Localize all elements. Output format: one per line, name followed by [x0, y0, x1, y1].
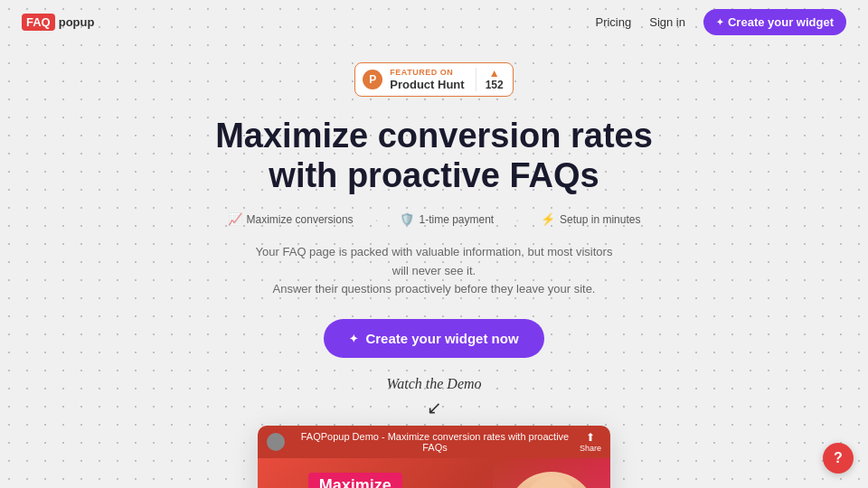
video-person: [493, 458, 610, 488]
hero-subtext: Your FAQ page is packed with valuable in…: [253, 243, 615, 299]
logo: FAQ popup: [22, 14, 94, 31]
separator-2: ·: [515, 212, 519, 227]
hero-title-line2: with proactive FAQs: [269, 156, 599, 194]
logo-faq: FAQ: [22, 14, 55, 31]
video-text-maximize: Maximize: [308, 473, 402, 488]
navbar: FAQ popup Pricing Sign in Create your wi…: [0, 0, 868, 44]
features-row: 📈 Maximize conversions · 🛡️ 1-time payme…: [18, 212, 850, 227]
feature-conversions-label: Maximize conversions: [247, 213, 354, 226]
hero-title: Maximize conversion rates with proactive…: [199, 117, 669, 195]
logo-popup: popup: [59, 15, 95, 29]
ph-featured-label: FEATURED ON: [390, 68, 453, 78]
watch-demo-label: Watch the Demo ↙: [18, 376, 850, 418]
product-hunt-text: FEATURED ON Product Hunt: [390, 68, 464, 91]
share-label: Share: [580, 444, 601, 453]
nav-cta-button[interactable]: Create your widget: [703, 9, 846, 35]
ph-arrow-icon: ▲: [489, 68, 500, 79]
payment-icon: 🛡️: [400, 212, 414, 226]
hero-sub-line1: Your FAQ page is packed with valuable in…: [256, 245, 613, 277]
conversions-icon: 📈: [228, 212, 242, 226]
video-header: FAQPopup Demo - Maximize conversion rate…: [258, 426, 610, 458]
feature-payment: 🛡️ 1-time payment: [400, 212, 494, 226]
demo-arrow-icon: ↙: [18, 397, 850, 418]
feature-setup-label: Setup in minutes: [560, 213, 640, 226]
feature-payment-label: 1-time payment: [419, 213, 494, 226]
hero-cta-button[interactable]: Create your widget now: [324, 319, 543, 358]
pricing-link[interactable]: Pricing: [595, 15, 631, 29]
person-face: [524, 476, 579, 488]
product-hunt-badge[interactable]: P FEATURED ON Product Hunt ▲ 152: [354, 62, 513, 97]
ph-count-block: ▲ 152: [476, 68, 504, 91]
setup-icon: ⚡: [541, 212, 555, 226]
help-button[interactable]: ?: [823, 443, 854, 474]
video-header-left: FAQPopup Demo - Maximize conversion rate…: [267, 431, 580, 453]
nav-links: Pricing Sign in Create your widget: [595, 9, 846, 35]
video-text-overlay: Maximize Conversion rates with FAQ: [272, 473, 438, 488]
person-body: [506, 472, 597, 488]
video-body: Maximize Conversion rates with FAQ ↗ ↗: [258, 458, 610, 488]
product-hunt-logo: P: [363, 70, 382, 89]
feature-conversions: 📈 Maximize conversions: [228, 212, 354, 226]
demo-video[interactable]: FAQPopup Demo - Maximize conversion rate…: [258, 426, 610, 488]
hero-sub-line2: Answer their questions proactively befor…: [273, 282, 596, 296]
video-share-btn[interactable]: ⬆ Share: [580, 431, 601, 453]
ph-name: Product Hunt: [390, 78, 464, 92]
hero-section: P FEATURED ON Product Hunt ▲ 152 Maximiz…: [0, 44, 868, 488]
share-icon: ⬆: [586, 431, 595, 444]
separator-1: ·: [375, 212, 379, 227]
hero-title-line1: Maximize conversion rates: [215, 117, 653, 155]
feature-setup: ⚡ Setup in minutes: [541, 212, 640, 226]
video-title-text: FAQPopup Demo - Maximize conversion rate…: [290, 431, 580, 453]
video-avatar: [267, 433, 285, 451]
signin-link[interactable]: Sign in: [649, 15, 685, 29]
ph-count-number: 152: [486, 79, 504, 91]
